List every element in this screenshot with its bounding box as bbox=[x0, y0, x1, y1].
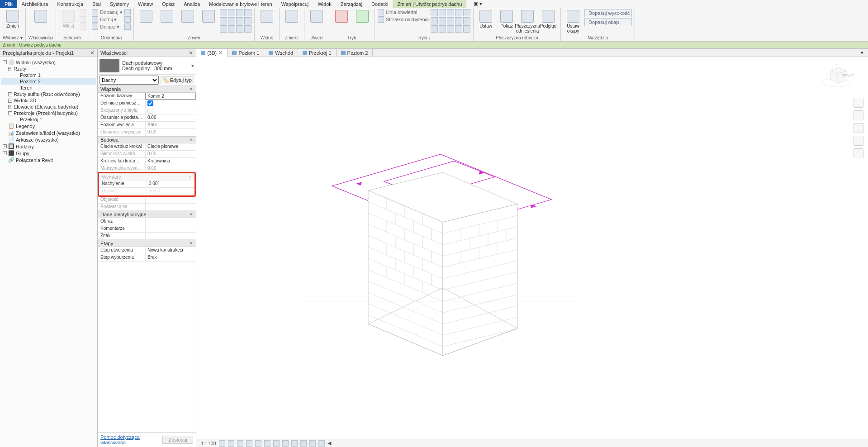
nav-orbit-button[interactable] bbox=[854, 148, 863, 158]
group-dane[interactable]: Dane identyfikacyjne✕ bbox=[98, 211, 196, 218]
viewport-3d[interactable]: PRAWO bbox=[196, 57, 868, 447]
group-wiazania[interactable]: Wiązania✕ bbox=[98, 86, 196, 93]
tool-icon[interactable] bbox=[318, 440, 325, 447]
crop-icon[interactable] bbox=[264, 440, 270, 447]
tab-wstaw[interactable]: Wstaw bbox=[133, 0, 157, 8]
geom-tool-2[interactable] bbox=[124, 16, 131, 23]
tab-help[interactable]: ▣ ▾ bbox=[469, 0, 487, 8]
rotate-button[interactable] bbox=[178, 9, 197, 24]
tool-icon[interactable] bbox=[236, 17, 243, 24]
draw-line-icon[interactable] bbox=[431, 9, 438, 16]
tool-icon[interactable] bbox=[220, 17, 227, 24]
draw-tool-icon[interactable] bbox=[463, 17, 470, 24]
chevron-left-icon[interactable]: ◀ bbox=[327, 440, 331, 446]
group-wymiary[interactable]: Wymiary✕ bbox=[99, 173, 194, 181]
view-tab-poziom1[interactable]: Poziom 1 bbox=[228, 49, 264, 57]
prop-definiuje[interactable]: Definiuje pomieszcze... bbox=[98, 100, 196, 107]
prop-komentarze[interactable]: Komentarze bbox=[98, 225, 196, 233]
group-budowa[interactable]: Budowa✕ bbox=[98, 136, 196, 143]
project-tree[interactable]: −⚪Widoki (wszystko) −Rzuty Poziom 1 Pozi… bbox=[0, 57, 97, 447]
eaves-button[interactable]: Ustaw okapy bbox=[564, 9, 583, 33]
tab-dodatki[interactable]: Dodatki bbox=[367, 0, 393, 8]
draw-tool-icon[interactable] bbox=[447, 25, 454, 33]
attach-button[interactable]: Dołącz ▾ bbox=[92, 24, 122, 30]
tab-modelowanie[interactable]: Modelowanie bryłowe i teren bbox=[204, 0, 276, 8]
close-icon[interactable]: ✕ bbox=[218, 50, 223, 56]
tree-grupy[interactable]: +⬛Grupy bbox=[1, 150, 96, 157]
draw-tool-icon[interactable] bbox=[455, 17, 462, 24]
type-selector[interactable]: Dach podstawowy Dach ogólny - 300 mm ▾ bbox=[98, 57, 196, 75]
tool-icon[interactable] bbox=[220, 9, 227, 16]
slope-arrow-button[interactable]: Strzałka nachylenia bbox=[378, 16, 429, 23]
hide-icon[interactable] bbox=[291, 440, 298, 447]
lock-icon[interactable] bbox=[282, 440, 289, 447]
view-tab-wschod[interactable]: Wschód bbox=[264, 49, 298, 57]
tree-zestawienia[interactable]: 📊Zestawienia/Ilości (wszystko) bbox=[1, 129, 96, 136]
tree-rzuty[interactable]: −Rzuty bbox=[1, 66, 96, 72]
tool-icon[interactable] bbox=[228, 25, 235, 33]
visual-style-icon[interactable] bbox=[228, 440, 234, 447]
draw-tool-icon[interactable] bbox=[455, 25, 462, 33]
mirror-button[interactable] bbox=[199, 9, 218, 24]
tree-poziom2[interactable]: Poziom 2 bbox=[1, 78, 96, 85]
tree-legendy[interactable]: 📋Legendy bbox=[1, 123, 96, 129]
crop-region-icon[interactable] bbox=[273, 440, 280, 447]
prop-ciecie[interactable]: Cięcie wzdłuż krokwiCięcie pionowe bbox=[98, 143, 196, 151]
prop-znak[interactable]: Znak bbox=[98, 233, 196, 240]
nav-zoom-button[interactable] bbox=[854, 136, 863, 146]
tab-widok[interactable]: Widok bbox=[313, 0, 336, 8]
set-plane-button[interactable]: Ustaw bbox=[476, 9, 495, 29]
prop-krokiew[interactable]: Krokiew lub kratowni...Kratownica bbox=[98, 158, 196, 165]
draw-tool-icon[interactable] bbox=[431, 25, 438, 33]
tab-konstrukcja[interactable]: Konstrukcja bbox=[52, 0, 87, 8]
tab-architektura[interactable]: Architektura bbox=[17, 0, 53, 8]
properties-help-link[interactable]: Pomoc dotycząca właściwości bbox=[100, 434, 162, 445]
modify-button[interactable]: Zmień bbox=[3, 9, 22, 29]
draw-tool-icon[interactable] bbox=[431, 17, 438, 24]
tree-views-root[interactable]: −⚪Widoki (wszystko) bbox=[1, 59, 96, 66]
fit-eaves-button[interactable]: Dopasuj okap bbox=[584, 18, 632, 26]
tool-icon[interactable] bbox=[236, 9, 243, 16]
tree-poziom1[interactable]: Poziom 1 bbox=[1, 72, 96, 78]
draw-tool-icon[interactable] bbox=[439, 25, 446, 33]
prop-obraz[interactable]: Obraz bbox=[98, 218, 196, 225]
views-menu-button[interactable]: ▾ bbox=[856, 49, 868, 57]
geom-tool-1[interactable] bbox=[124, 9, 131, 15]
file-menu[interactable]: Plik bbox=[0, 0, 17, 8]
scale-label[interactable]: 1 : 100 bbox=[201, 441, 216, 446]
create-button[interactable] bbox=[307, 9, 326, 24]
show-plane-button[interactable]: Pokaż bbox=[497, 9, 516, 29]
draw-tool-icon[interactable] bbox=[463, 25, 470, 33]
match-button[interactable]: Dopasuj ▾ bbox=[92, 9, 122, 15]
nav-pan-button[interactable] bbox=[854, 123, 863, 133]
draw-poly-icon[interactable] bbox=[447, 9, 454, 16]
tool-icon[interactable] bbox=[228, 9, 235, 16]
tree-przekroje[interactable]: −Przekroje (Przekrój budynku) bbox=[1, 110, 96, 116]
tree-rzuty-sufitu[interactable]: +Rzuty sufitu (Rzut odwrócony) bbox=[1, 91, 96, 97]
preview-button[interactable]: Podgląd bbox=[539, 9, 558, 29]
measure-button[interactable] bbox=[282, 9, 301, 24]
tool-icon[interactable] bbox=[244, 25, 251, 33]
fit-height-button[interactable]: Dopasuj wysokość bbox=[584, 9, 632, 17]
close-icon[interactable]: ✕ bbox=[189, 50, 193, 56]
tool-icon[interactable] bbox=[244, 9, 251, 16]
tool-icon[interactable] bbox=[236, 25, 243, 33]
draw-rect-icon[interactable] bbox=[439, 9, 446, 16]
draw-circle-icon[interactable] bbox=[455, 9, 462, 16]
prop-etap-utw[interactable]: Etap utworzeniaNowa konstrukcja bbox=[98, 247, 196, 254]
draw-tool-icon[interactable] bbox=[447, 17, 454, 24]
draw-arc-icon[interactable] bbox=[463, 9, 470, 16]
tree-teren[interactable]: Teren bbox=[1, 85, 96, 91]
tab-opisz[interactable]: Opisz bbox=[157, 0, 179, 8]
view-button[interactable] bbox=[257, 9, 276, 24]
shadows-icon[interactable] bbox=[246, 440, 252, 447]
properties-button[interactable] bbox=[31, 9, 50, 29]
cancel-mode-button[interactable] bbox=[332, 9, 351, 24]
edit-type-button[interactable]: 🏷️Edytuj typ bbox=[161, 76, 194, 84]
prop-poziom-bazowy[interactable]: Poziom bazowyKomin 2 bbox=[98, 93, 196, 100]
draw-tool-icon[interactable] bbox=[439, 17, 446, 24]
tree-rodziny[interactable]: +🔲Rodziny bbox=[1, 143, 96, 150]
render-icon[interactable] bbox=[255, 440, 261, 447]
tab-stal[interactable]: Stal bbox=[88, 0, 105, 8]
trim-button[interactable]: Dotnij ▾ bbox=[92, 16, 122, 23]
